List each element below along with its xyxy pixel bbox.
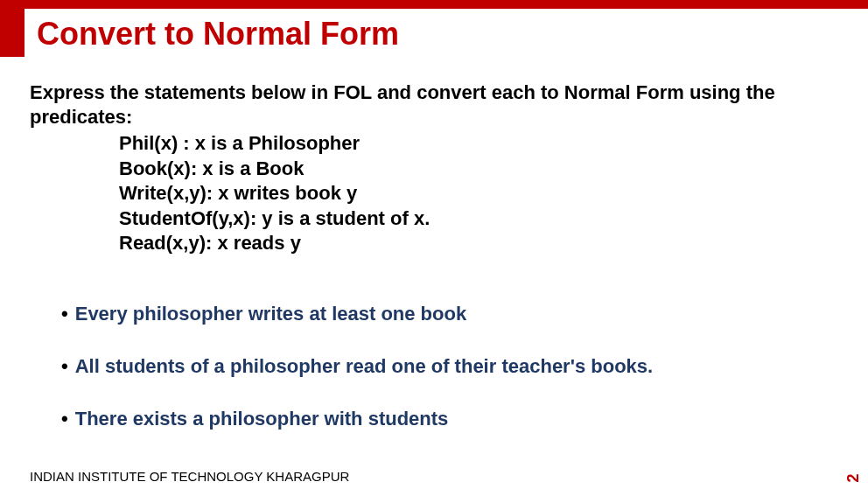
predicate-line: Phil(x) : x is a Philosopher [119,131,430,157]
statement-text: Every philosopher writes at least one bo… [75,303,466,325]
bullet-icon: • [61,303,68,325]
statement-text: There exists a philosopher with students [75,408,449,430]
bullet-icon: • [61,355,68,377]
left-accent-block [0,0,24,57]
statement-item: •All students of a philosopher read one … [61,355,842,378]
footer-text: INDIAN INSTITUTE OF TECHNOLOGY KHARAGPUR [30,469,349,484]
bullet-icon: • [61,408,68,430]
page-number: 2 [844,473,862,482]
predicate-list: Phil(x) : x is a Philosopher Book(x): x … [119,131,430,256]
predicate-line: Book(x): x is a Book [119,157,430,182]
statement-item: •There exists a philosopher with student… [61,408,842,430]
slide-title: Convert to Normal Form [37,16,399,52]
intro-text: Express the statements below in FOL and … [30,80,842,129]
statement-list: •Every philosopher writes at least one b… [61,303,842,460]
predicate-line: StudentOf(y,x): y is a student of x. [119,206,430,232]
top-accent-bar [0,0,868,9]
statement-text: All students of a philosopher read one o… [75,355,653,377]
predicate-line: Read(x,y): x reads y [119,231,430,256]
predicate-line: Write(x,y): x writes book y [119,181,430,206]
statement-item: •Every philosopher writes at least one b… [61,303,842,325]
